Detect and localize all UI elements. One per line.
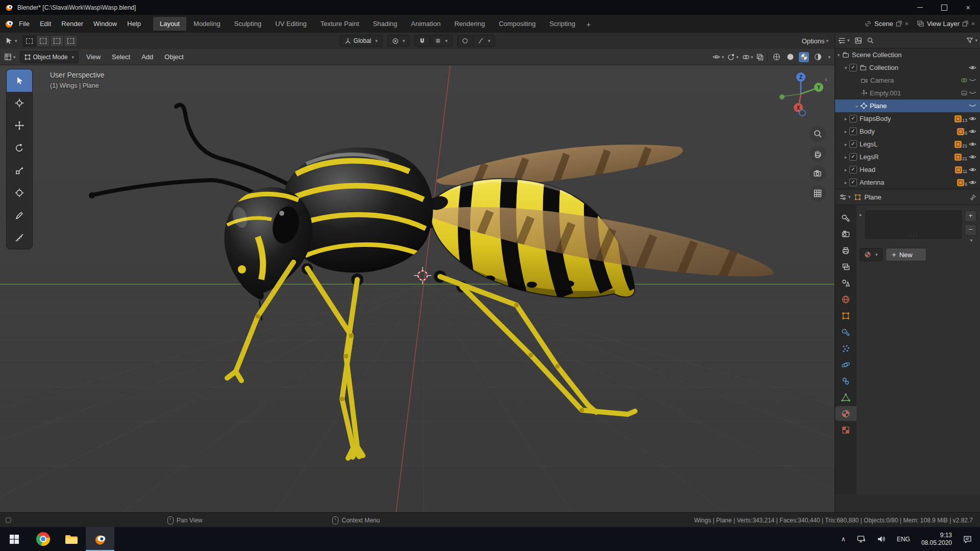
add-workspace-button[interactable]: + [582, 18, 595, 31]
scene-selector[interactable]: Scene × [864, 20, 909, 28]
tab-layout[interactable]: Layout [153, 17, 186, 31]
remove-view-layer-icon[interactable]: × [971, 20, 975, 28]
tab-texture-paint[interactable]: Texture Paint [314, 17, 366, 31]
expand-arrow[interactable]: ▸ [853, 104, 861, 109]
select-mode-extend[interactable] [36, 35, 50, 47]
tab-render[interactable] [835, 227, 856, 241]
navigation-gizmo[interactable]: Z Y X [778, 71, 824, 117]
outliner-row-flapsbody[interactable]: ▸ ✓ FlapsBody 13 [835, 112, 980, 125]
select-mode-intersect[interactable] [64, 35, 78, 47]
tray-network-icon[interactable] [857, 535, 866, 543]
expand-arrow[interactable]: ▸ [842, 180, 849, 185]
visibility-eye-closed-icon[interactable] [967, 104, 977, 108]
tab-rendering[interactable]: Rendering [448, 17, 492, 31]
expand-arrow[interactable]: ▸ [842, 167, 849, 172]
close-button[interactable]: × [956, 0, 980, 15]
new-scene-icon[interactable] [896, 20, 902, 27]
tab-shading[interactable]: Shading [366, 17, 404, 31]
outliner-row-body[interactable]: ▸ ✓ Body 6 [835, 125, 980, 138]
tray-language[interactable]: ENG [897, 536, 910, 543]
tab-object-data[interactable] [835, 390, 856, 405]
shading-rendered-button[interactable] [813, 52, 823, 62]
tab-physics[interactable] [835, 357, 856, 372]
outliner-row-empty[interactable]: Empty.001 [835, 87, 980, 99]
select-mode-new[interactable] [22, 35, 36, 47]
pivot-point-dropdown[interactable]: ▾ [387, 35, 410, 47]
outliner-row-camera[interactable]: Camera [835, 74, 980, 87]
tab-constraints[interactable] [835, 373, 856, 388]
tab-world[interactable] [835, 292, 856, 307]
outliner-row-scene-collection[interactable]: ▾ Scene Collection [835, 48, 980, 61]
snap-settings-dropdown[interactable]: ▾ [430, 35, 452, 47]
expand-arrow[interactable]: ▸ [842, 116, 849, 121]
visibility-eye-closed-icon[interactable] [967, 78, 977, 83]
menu-edit[interactable]: Edit [35, 18, 56, 30]
tool-cursor[interactable] [7, 92, 32, 114]
maximize-button[interactable] [932, 0, 956, 15]
proportional-edit-toggle[interactable] [457, 35, 473, 47]
sidebar-collapse-arrow[interactable]: ‹ [825, 74, 827, 83]
visibility-eye-open-icon[interactable] [967, 141, 977, 147]
tool-scale[interactable] [7, 159, 32, 182]
tab-scene[interactable] [835, 276, 856, 290]
collection-checkbox[interactable]: ✓ [849, 140, 857, 148]
remove-slot-button[interactable]: − [965, 224, 976, 236]
menu-window[interactable]: Window [88, 18, 122, 30]
add-slot-button[interactable]: + [965, 210, 976, 222]
unlink-scene-icon[interactable]: × [905, 20, 909, 28]
tab-tool[interactable] [835, 210, 856, 225]
camera-view-button[interactable] [810, 165, 826, 182]
pin-icon[interactable] [970, 194, 976, 201]
visibility-eye-open-icon[interactable] [967, 65, 977, 70]
material-slot-list[interactable]: :::: [865, 210, 962, 239]
visibility-eye-open-icon[interactable] [967, 167, 977, 172]
tab-particles[interactable] [835, 341, 856, 356]
ortho-grid-button[interactable] [810, 185, 826, 202]
outliner-row-legsl[interactable]: ▸ ✓ LegsL 21 [835, 138, 980, 151]
tool-transform[interactable] [7, 182, 32, 204]
expand-arrow[interactable]: ▾ [842, 65, 849, 70]
taskbar-blender-button[interactable] [86, 527, 114, 551]
tab-modifiers[interactable] [835, 324, 856, 339]
tool-rotate[interactable] [7, 137, 32, 159]
taskbar-explorer-button[interactable] [57, 527, 86, 551]
expand-arrow[interactable]: ▸ [842, 155, 849, 160]
menu-file[interactable]: File [14, 18, 35, 30]
slot-specials-dropdown[interactable]: ▾ [970, 238, 973, 243]
tab-modeling[interactable]: Modeling [187, 17, 227, 31]
tab-sculpting[interactable]: Sculpting [228, 17, 268, 31]
outliner-search-icon[interactable] [867, 37, 874, 44]
collection-checkbox[interactable]: ✓ [849, 153, 857, 161]
collection-checkbox[interactable]: ✓ [849, 166, 857, 173]
viewport-canvas[interactable] [0, 49, 835, 512]
collection-checkbox[interactable]: ✓ [849, 179, 857, 186]
shading-wireframe-button[interactable] [771, 52, 781, 62]
zoom-button[interactable] [810, 126, 826, 142]
tab-texture[interactable] [835, 422, 856, 437]
list-resize-grip[interactable]: :::: [909, 232, 918, 237]
viewport-menu-object[interactable]: Object [161, 52, 187, 62]
visibility-eye-open-icon[interactable] [967, 116, 977, 121]
minimize-button[interactable] [908, 0, 932, 15]
visibility-eye-open-icon[interactable] [967, 180, 977, 185]
proportional-falloff-dropdown[interactable]: ▾ [473, 35, 495, 47]
outliner-display-mode-icon[interactable] [854, 37, 862, 44]
visibility-eye-open-icon[interactable] [967, 154, 977, 160]
tray-speaker-icon[interactable] [877, 535, 886, 543]
collection-checkbox[interactable]: ✓ [849, 115, 857, 122]
tool-annotate[interactable] [7, 204, 32, 227]
new-material-button[interactable]: + New [886, 248, 926, 261]
pan-hand-button[interactable] [810, 145, 826, 162]
browse-material-dropdown[interactable]: ▾ [860, 248, 883, 261]
tab-uv-editing[interactable]: UV Editing [268, 17, 313, 31]
tab-material[interactable] [835, 406, 856, 421]
menu-help[interactable]: Help [122, 18, 146, 30]
shading-material-button[interactable] [799, 52, 809, 62]
viewport-menu-view[interactable]: View [83, 52, 104, 62]
outliner-row-plane[interactable]: ▸ Plane [835, 99, 980, 112]
shading-dropdown[interactable]: ▾ [828, 55, 830, 60]
menu-render[interactable]: Render [56, 18, 88, 30]
new-view-layer-icon[interactable] [962, 20, 969, 27]
start-button[interactable] [0, 527, 29, 551]
options-dropdown[interactable]: Options▾ [802, 37, 828, 45]
